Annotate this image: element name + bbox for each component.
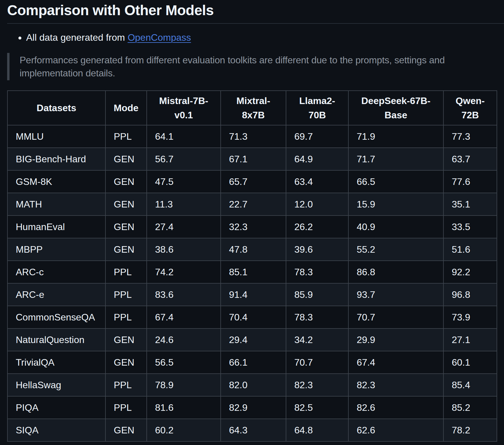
value-cell: 32.3: [221, 216, 286, 238]
value-cell: 78.2: [443, 419, 497, 441]
value-cell: 96.8: [443, 283, 497, 306]
table-header: DatasetsModeMistral-7B-v0.1Mixtral-8x7BL…: [7, 91, 497, 125]
mode-cell: GEN: [105, 328, 147, 351]
value-cell: 64.9: [286, 148, 348, 170]
dataset-cell: HumanEval: [7, 216, 105, 238]
value-cell: 40.9: [348, 216, 443, 238]
value-cell: 60.1: [443, 351, 497, 374]
value-cell: 47.8: [221, 238, 286, 261]
value-cell: 29.9: [348, 328, 443, 351]
dataset-cell: TrivialQA: [7, 351, 105, 374]
dataset-cell: ARC-c: [7, 261, 105, 283]
value-cell: 67.4: [147, 306, 221, 328]
value-cell: 71.3: [221, 125, 286, 148]
mode-cell: PPL: [105, 374, 147, 396]
value-cell: 62.6: [348, 419, 443, 441]
value-cell: 22.7: [221, 193, 286, 216]
value-cell: 69.7: [286, 125, 348, 148]
value-cell: 27.1: [443, 328, 497, 351]
value-cell: 24.6: [147, 328, 221, 351]
dataset-cell: HellaSwag: [7, 374, 105, 396]
dataset-cell: CommonSenseQA: [7, 306, 105, 328]
dataset-cell: GSM-8K: [7, 170, 105, 193]
mode-cell: PPL: [105, 396, 147, 419]
value-cell: 67.1: [221, 148, 286, 170]
value-cell: 47.5: [147, 170, 221, 193]
table-row: MATHGEN11.322.712.015.935.1: [7, 193, 497, 216]
mode-cell: PPL: [105, 261, 147, 283]
table-row: CommonSenseQAPPL67.470.478.370.773.9: [7, 306, 497, 328]
value-cell: 12.0: [286, 193, 348, 216]
dataset-cell: BIG-Bench-Hard: [7, 148, 105, 170]
value-cell: 78.3: [286, 261, 348, 283]
value-cell: 11.3: [147, 193, 221, 216]
column-header-mixtral-8x7b: Mixtral-8x7B: [221, 91, 286, 125]
intro-list: All data generated fromOpenCompass: [7, 30, 504, 45]
table-body: MMLUPPL64.171.369.771.977.3BIG-Bench-Har…: [7, 125, 497, 441]
table-row: GSM-8KGEN47.565.763.466.577.6: [7, 170, 497, 193]
value-cell: 63.4: [286, 170, 348, 193]
value-cell: 56.7: [147, 148, 221, 170]
mode-cell: GEN: [105, 238, 147, 261]
value-cell: 70.7: [348, 306, 443, 328]
table-row: HellaSwagPPL78.982.082.382.385.4: [7, 374, 497, 396]
value-cell: 78.9: [147, 374, 221, 396]
dataset-cell: MMLU: [7, 125, 105, 148]
dataset-cell: NaturalQuestion: [7, 328, 105, 351]
value-cell: 70.4: [221, 306, 286, 328]
column-header-datasets: Datasets: [7, 91, 105, 125]
intro-text: All data generated from: [26, 32, 125, 43]
value-cell: 56.5: [147, 351, 221, 374]
table-row: HumanEvalGEN27.432.326.240.933.5: [7, 216, 497, 238]
note-blockquote: Performances generated from different ev…: [7, 53, 504, 80]
column-header-mistral-7b-v0-1: Mistral-7B-v0.1: [147, 91, 221, 125]
mode-cell: GEN: [105, 170, 147, 193]
value-cell: 82.0: [221, 374, 286, 396]
value-cell: 39.6: [286, 238, 348, 261]
value-cell: 82.3: [348, 374, 443, 396]
dataset-cell: PIQA: [7, 396, 105, 419]
value-cell: 82.3: [286, 374, 348, 396]
value-cell: 85.9: [286, 283, 348, 306]
value-cell: 64.1: [147, 125, 221, 148]
value-cell: 33.5: [443, 216, 497, 238]
value-cell: 86.8: [348, 261, 443, 283]
value-cell: 70.7: [286, 351, 348, 374]
section-title: Comparison with Other Models: [7, 2, 504, 24]
opencompass-link[interactable]: OpenCompass: [128, 32, 191, 43]
value-cell: 60.2: [147, 419, 221, 441]
value-cell: 15.9: [348, 193, 443, 216]
column-header-mode: Mode: [105, 91, 147, 125]
table-row: MMLUPPL64.171.369.771.977.3: [7, 125, 497, 148]
value-cell: 77.6: [443, 170, 497, 193]
value-cell: 64.3: [221, 419, 286, 441]
table-row: BIG-Bench-HardGEN56.767.164.971.763.7: [7, 148, 497, 170]
value-cell: 29.4: [221, 328, 286, 351]
comparison-table: DatasetsModeMistral-7B-v0.1Mixtral-8x7BL…: [7, 90, 497, 442]
mode-cell: PPL: [105, 125, 147, 148]
value-cell: 92.2: [443, 261, 497, 283]
value-cell: 38.6: [147, 238, 221, 261]
value-cell: 64.8: [286, 419, 348, 441]
value-cell: 35.1: [443, 193, 497, 216]
dataset-cell: MBPP: [7, 238, 105, 261]
mode-cell: GEN: [105, 193, 147, 216]
value-cell: 77.3: [443, 125, 497, 148]
table-row: MBPPGEN38.647.839.655.251.6: [7, 238, 497, 261]
mode-cell: GEN: [105, 419, 147, 441]
value-cell: 67.4: [348, 351, 443, 374]
value-cell: 82.5: [286, 396, 348, 419]
value-cell: 81.6: [147, 396, 221, 419]
mode-cell: PPL: [105, 283, 147, 306]
column-header-llama2-70b: Llama2-70B: [286, 91, 348, 125]
table-row: NaturalQuestionGEN24.629.434.229.927.1: [7, 328, 497, 351]
value-cell: 51.6: [443, 238, 497, 261]
note-text: Performances generated from different ev…: [20, 54, 483, 80]
value-cell: 85.4: [443, 374, 497, 396]
value-cell: 26.2: [286, 216, 348, 238]
column-header-qwen-72b: Qwen-72B: [443, 91, 497, 125]
value-cell: 82.9: [221, 396, 286, 419]
list-item: All data generated fromOpenCompass: [26, 30, 504, 45]
table-header-row: DatasetsModeMistral-7B-v0.1Mixtral-8x7BL…: [7, 91, 497, 125]
readme-content: Comparison with Other Models All data ge…: [0, 0, 504, 442]
